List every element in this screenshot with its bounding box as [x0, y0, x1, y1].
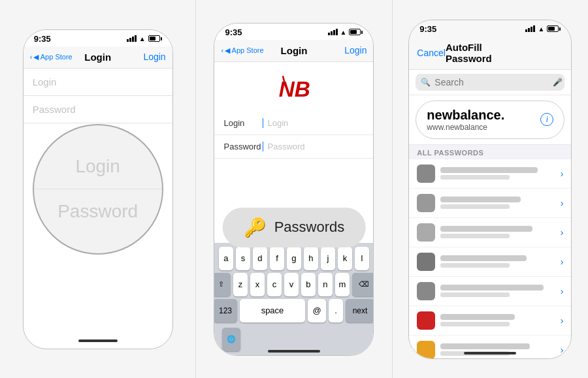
pw-blur-sub: [440, 322, 509, 326]
status-time-3: 9:35: [419, 24, 436, 34]
list-item[interactable]: ›: [409, 218, 571, 247]
key-g[interactable]: g: [287, 247, 301, 270]
home-indicator-3: [464, 352, 516, 354]
status-time-2: 9:35: [225, 27, 242, 37]
login-label: Login: [223, 118, 263, 128]
phone-frame-2: 9:35 ▲ ‹ ◀ App Store Log: [214, 23, 374, 356]
panel-1: 9:35 ▲ ‹ ◀ App Store Log: [0, 0, 195, 378]
key-n[interactable]: n: [318, 273, 333, 296]
chevron-left-icon: ‹: [30, 53, 33, 61]
pw-blur-sub: [440, 292, 509, 297]
key-space[interactable]: space: [240, 299, 305, 323]
chevron-right-icon: ›: [561, 227, 564, 238]
password-input-2[interactable]: Password: [263, 142, 304, 151]
pw-avatar: [417, 194, 435, 212]
key-j[interactable]: j: [321, 247, 335, 270]
pw-blur-line: [440, 226, 532, 232]
list-item[interactable]: ›: [409, 277, 571, 306]
pw-text: [440, 197, 555, 209]
panel-2: 9:35 ▲ ‹ ◀ App Store Log: [195, 0, 391, 378]
list-item[interactable]: ›: [409, 159, 571, 189]
signal-icon-3: [525, 25, 535, 32]
list-item[interactable]: ›: [409, 306, 571, 336]
pw-avatar: [417, 223, 435, 242]
top-bar-3: Cancel AutoFill Password: [409, 37, 571, 70]
keyboard: a s d f g h j k l ⇧ z x c v b n m ⌫: [214, 243, 373, 355]
key-k[interactable]: k: [338, 247, 352, 270]
nav-right-2[interactable]: Login: [344, 45, 367, 55]
pw-blur-sub: [440, 204, 509, 209]
status-bar-3: 9:35 ▲: [409, 20, 571, 37]
battery-icon-3: [547, 25, 561, 32]
domain-sub: www.newbalance: [427, 123, 535, 132]
chevron-right-icon: ›: [561, 168, 564, 179]
back-button-1[interactable]: ‹ ◀ App Store: [30, 53, 73, 61]
mic-icon: 🎤: [553, 78, 563, 87]
phone-frame-3: 9:35 ▲ Cancel AutoFill Password: [408, 20, 572, 359]
nav-bar-2: ‹ ◀ App Store Login Login: [214, 40, 373, 62]
key-dot[interactable]: .: [329, 299, 343, 323]
magnifier-circle: Login Password: [33, 124, 163, 255]
phone-frame-1: 9:35 ▲ ‹ ◀ App Store Log: [23, 29, 173, 349]
all-passwords-label: ALL PASSWORDS: [409, 145, 571, 159]
key-z[interactable]: z: [233, 273, 248, 296]
key-b[interactable]: b: [301, 273, 316, 296]
key-h[interactable]: h: [304, 247, 318, 270]
battery-icon: [148, 35, 162, 42]
passwords-pill[interactable]: 🔑 Passwords: [223, 208, 366, 247]
domain-pill-area: newbalance. www.newbalance i: [409, 95, 571, 145]
keyboard-row-3: 123 space @ . next: [217, 299, 370, 323]
nav-title-2: Login: [281, 45, 308, 56]
signal-icon: [127, 35, 137, 42]
autofill-title: AutoFill Password: [446, 42, 531, 64]
logo-area: NB: [214, 62, 373, 112]
list-item[interactable]: ›: [409, 189, 571, 218]
nav-right-1[interactable]: Login: [143, 52, 165, 62]
pw-text: [440, 255, 555, 268]
password-form-row: Password Password: [214, 135, 373, 159]
key-c[interactable]: c: [267, 273, 282, 296]
password-field-1[interactable]: Password: [24, 96, 172, 123]
key-next[interactable]: next: [346, 299, 374, 323]
search-icon: 🔍: [421, 78, 431, 87]
magnifier-password: Password: [34, 189, 162, 234]
pw-text: [440, 226, 555, 238]
status-bar-1: 9:35 ▲: [24, 30, 172, 46]
status-bar-2: 9:35 ▲: [214, 24, 373, 40]
info-icon[interactable]: i: [540, 113, 553, 126]
key-backspace[interactable]: ⌫: [352, 273, 374, 296]
wifi-icon-3: ▲: [538, 25, 544, 33]
key-d[interactable]: d: [253, 247, 267, 270]
key-v[interactable]: v: [284, 273, 299, 296]
wifi-icon: ▲: [139, 35, 146, 42]
key-x[interactable]: x: [250, 273, 265, 296]
key-m[interactable]: m: [335, 273, 350, 296]
pw-blur-line: [440, 255, 526, 261]
search-bar-3: 🔍 🎤: [409, 70, 571, 95]
key-at[interactable]: @: [308, 299, 326, 323]
signal-icon-2: [328, 29, 338, 35]
key-f[interactable]: f: [270, 247, 284, 270]
key-icon: 🔑: [244, 217, 267, 238]
key-s[interactable]: s: [236, 247, 250, 270]
keyboard-row-2: ⇧ z x c v b n m ⌫: [217, 273, 370, 296]
back-button-2[interactable]: ‹ ◀ App Store: [221, 46, 263, 55]
pw-blur-sub: [440, 263, 509, 268]
pw-blur-sub: [440, 234, 509, 238]
cancel-button[interactable]: Cancel: [417, 48, 446, 58]
pw-blur-line: [440, 167, 538, 173]
search-input[interactable]: [434, 77, 549, 87]
key-l[interactable]: l: [355, 247, 369, 270]
key-numbers[interactable]: 123: [214, 299, 237, 323]
login-form-row: Login Login: [214, 112, 373, 135]
domain-pill[interactable]: newbalance. www.newbalance i: [416, 101, 564, 139]
chevron-right-icon: ›: [561, 198, 564, 208]
key-shift[interactable]: ⇧: [214, 273, 231, 296]
list-item[interactable]: ›: [409, 247, 571, 277]
login-input-2[interactable]: Login: [263, 118, 288, 128]
pw-avatar: [417, 165, 435, 183]
key-a[interactable]: a: [219, 247, 233, 270]
login-field-1[interactable]: Login: [24, 69, 172, 96]
search-inner: 🔍 🎤: [416, 74, 564, 91]
pw-blur-sub: [440, 175, 509, 180]
